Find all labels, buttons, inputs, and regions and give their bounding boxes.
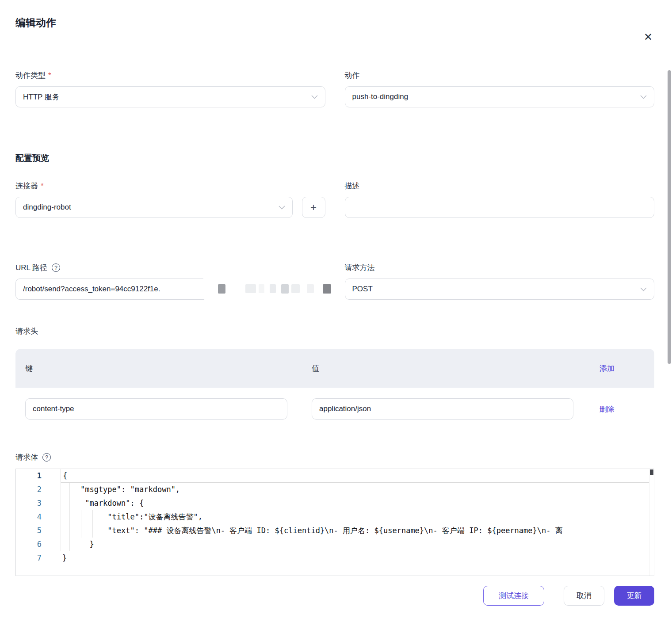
line-number: 7 [16,551,42,565]
edit-action-dialog: 编辑动作 ✕ 动作类型* HTTP 服务 动作 push-to-dingding [0,16,672,622]
config-preview-heading: 配置预览 [15,153,654,164]
code-text: "text": "### 设备离线告警\n- 客户端 ID: ${clienti… [61,524,654,538]
code-text: } [61,551,654,565]
divider [15,132,654,132]
line-number: 6 [16,538,42,551]
page-scrollbar-thumb[interactable] [668,70,671,364]
line-number: 2 [16,483,42,496]
action-value: push-to-dingding [352,92,409,101]
code-text: "msgtype": "markdown", [61,483,654,496]
chevron-down-icon [640,285,647,294]
connector-select[interactable]: dingding-robot [15,197,293,218]
editor-scrollbar-thumb[interactable] [650,469,653,475]
line-number: 5 [16,524,42,538]
header-key-input[interactable] [25,398,287,420]
connector-value: dingding-robot [23,203,71,212]
connector-label: 连接器* [15,181,325,191]
divider [15,242,654,242]
chevron-down-icon [640,92,647,101]
request-headers-label: 请求头 [15,326,654,336]
update-button[interactable]: 更新 [614,586,654,606]
value-column-header: 值 [312,363,575,374]
table-rows: 删除 [15,388,654,430]
description-input[interactable] [345,197,655,218]
cancel-button[interactable]: 取消 [564,586,604,606]
code-line[interactable]: 2 "msgtype": "markdown", [16,483,654,496]
table-header-row: 键 值 添加 [15,349,654,388]
header-value-input[interactable] [312,398,573,420]
request-body-editor[interactable]: 1{2 "msgtype": "markdown",3 "markdown": … [15,469,654,576]
line-number: 4 [16,510,42,524]
key-column-header: 键 [25,363,312,374]
redaction-overlay [200,275,331,302]
code-text: "title":"设备离线告警", [61,510,654,524]
request-headers-table: 键 值 添加 删除 [15,349,654,430]
code-line[interactable]: 6 } [16,538,654,551]
action-type-value: HTTP 服务 [23,92,60,102]
help-icon[interactable]: ? [52,263,60,272]
action-label: 动作 [345,70,655,80]
code-text: "markdown": { [61,496,654,510]
code-line[interactable]: 7} [16,551,654,565]
action-type-label: 动作类型* [15,70,325,80]
code-text: } [61,538,654,551]
code-text: { [61,469,654,483]
close-icon[interactable]: ✕ [644,32,653,42]
dialog-title: 编辑动作 [15,16,654,30]
add-connector-button[interactable]: + [302,197,325,218]
code-editor-lines: 1{2 "msgtype": "markdown",3 "markdown": … [16,469,654,565]
editor-scrollbar[interactable] [649,469,654,576]
description-label: 描述 [345,181,655,191]
table-row: 删除 [15,388,654,430]
code-line[interactable]: 1{ [16,469,654,483]
url-path-label: URL 路径 ? [15,263,325,273]
code-line[interactable]: 5 "text": "### 设备离线告警\n- 客户端 ID: ${clien… [16,524,654,538]
method-value: POST [352,285,373,294]
delete-header-link[interactable]: 删除 [599,405,615,413]
plus-icon: + [310,201,317,214]
code-line[interactable]: 4 "title":"设备离线告警", [16,510,654,524]
line-number: 1 [16,469,42,483]
help-icon[interactable]: ? [42,453,51,462]
action-type-select[interactable]: HTTP 服务 [15,86,325,107]
chevron-down-icon [279,203,285,212]
request-body-label: 请求体 ? [15,452,654,462]
chevron-down-icon [311,92,318,101]
required-mark: * [48,71,51,80]
code-line[interactable]: 3 "markdown": { [16,496,654,510]
add-header-link[interactable]: 添加 [599,364,615,373]
method-select[interactable]: POST [345,279,655,300]
required-mark: * [41,182,44,191]
line-number: 3 [16,496,42,510]
method-label: 请求方法 [345,263,655,273]
action-select[interactable]: push-to-dingding [345,86,655,107]
test-connection-button[interactable]: 测试连接 [483,586,544,606]
